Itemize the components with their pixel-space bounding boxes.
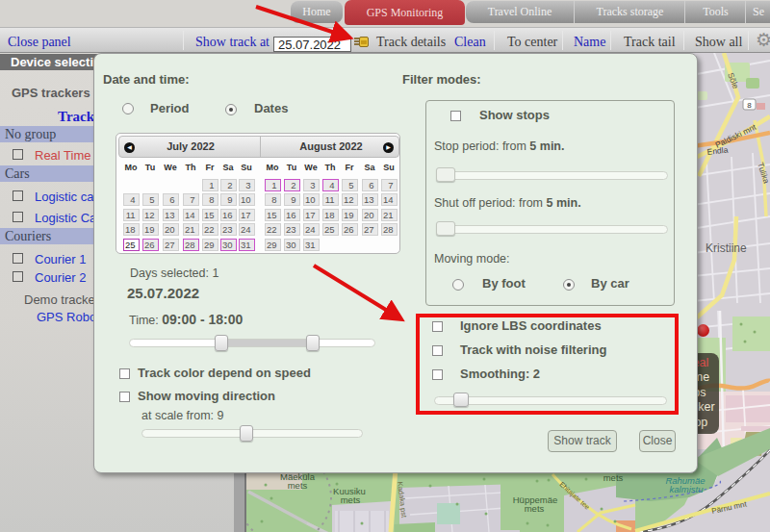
- svg-text:kalmistu: kalmistu: [670, 484, 705, 494]
- svg-text:mets: mets: [525, 503, 545, 514]
- svg-text:Kristiine: Kristiine: [706, 241, 747, 255]
- svg-text:mets: mets: [288, 480, 308, 491]
- svg-text:mets: mets: [603, 472, 624, 483]
- svg-text:mets: mets: [341, 494, 361, 505]
- svg-text:8: 8: [747, 101, 752, 110]
